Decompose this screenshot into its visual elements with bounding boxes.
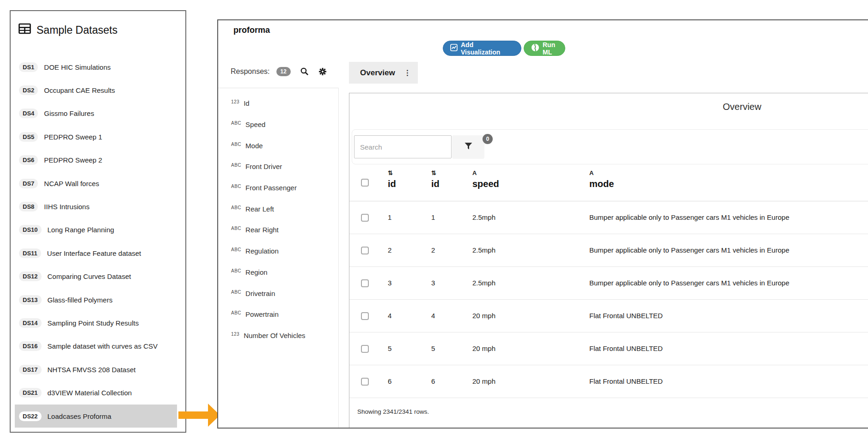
dataset-name: NCAP Wall forces [44, 180, 99, 187]
field-list-item[interactable]: ABC Regulation [231, 241, 306, 262]
dataset-list-item[interactable]: DS6 PEDPRO Sweep 2 [15, 149, 177, 172]
field-type-icon: ABC [231, 163, 241, 168]
field-type-icon: ABC [231, 121, 241, 126]
cell-speed: 20 mph [472, 344, 495, 352]
table-column-header[interactable]: A mode [589, 169, 614, 189]
filter-button[interactable] [452, 135, 484, 159]
table-row[interactable]: 3 3 2.5mph Bumper applicable only to Pas… [349, 267, 868, 300]
add-visualization-label: Add Visualization [461, 41, 514, 56]
cell-mode: Flat Frontal UNBELTED [589, 312, 663, 320]
dataset-id-badge: DS13 [19, 295, 42, 305]
kebab-menu-icon[interactable]: ⋮ [404, 68, 411, 77]
field-list-item[interactable]: ABC Front Passenger [231, 177, 306, 199]
field-list-item[interactable]: ABC Front Driver [231, 156, 306, 177]
dataset-list-item[interactable]: DS8 IIHS Intrusions [15, 195, 177, 218]
dataset-list-item[interactable]: DS11 User Interface Feature dataset [15, 242, 177, 265]
field-list-item[interactable]: ABC Powertrain [231, 304, 306, 325]
column-label: id [431, 179, 440, 189]
row-checkbox[interactable] [361, 312, 369, 320]
field-type-icon: ABC [231, 268, 241, 273]
cell-speed: 20 mph [472, 312, 495, 320]
select-all-checkbox[interactable] [361, 179, 369, 187]
table-column-header[interactable]: ⇅ id [431, 169, 440, 189]
cell-id: 4 [388, 312, 391, 320]
cell-speed: 2.5mph [472, 213, 495, 221]
field-label: Rear Left [245, 205, 274, 213]
cell-id2: 2 [431, 246, 435, 254]
dataset-list-item[interactable]: DS5 PEDPRO Sweep 1 [15, 125, 177, 148]
field-type-icon: ABC [231, 310, 241, 315]
table-row[interactable]: 2 2 2.5mph Bumper applicable only to Pas… [349, 234, 868, 267]
dataset-list-item[interactable]: DS10 Long Range Planning [15, 218, 177, 242]
dataset-list-item[interactable]: DS1 DOE HIC Simulations [15, 55, 177, 79]
field-list-item[interactable]: 123 Id [231, 93, 306, 114]
column-type-icon: A [472, 169, 499, 179]
dataset-list-item[interactable]: DS2 Occupant CAE Results [15, 79, 177, 102]
field-list-item[interactable]: ABC Rear Left [231, 198, 306, 219]
add-visualization-button[interactable]: Add Visualization [443, 41, 521, 56]
cell-speed: 2.5mph [472, 246, 495, 254]
table-row[interactable]: 4 4 20 mph Flat Frontal UNBELTED [349, 300, 868, 332]
dataset-id-badge: DS10 [19, 225, 42, 235]
dataset-list-item[interactable]: DS7 NCAP Wall forces [15, 172, 177, 195]
column-label: id [388, 179, 396, 189]
dataset-id-badge: DS7 [19, 179, 38, 188]
search-input[interactable] [354, 135, 452, 158]
row-checkbox[interactable] [361, 279, 369, 287]
field-list-item[interactable]: ABC Speed [231, 114, 306, 135]
dataset-id-badge: DS17 [19, 365, 42, 375]
fields-list: 123 Id ABC Speed ABC Mode ABC Front Driv… [231, 93, 306, 346]
field-label: Drivetrain [245, 290, 275, 297]
table-row[interactable]: 1 1 2.5mph Bumper applicable only to Pas… [349, 201, 868, 234]
row-checkbox[interactable] [361, 345, 369, 353]
field-list-item[interactable]: ABC Drivetrain [231, 283, 306, 304]
table-row[interactable]: 5 5 20 mph Flat Frontal UNBELTED [349, 332, 868, 365]
table-row[interactable]: 6 6 20 mph Flat Frontal UNBELTED [349, 365, 868, 398]
card-title: Overview [349, 102, 868, 112]
table-column-header[interactable]: ⇅ id [388, 169, 396, 189]
sample-datasets-header: Sample Datasets [18, 23, 185, 37]
cell-speed: 2.5mph [472, 279, 495, 287]
dataset-id-badge: DS2 [19, 85, 38, 95]
dataset-list-item[interactable]: DS22 Loadcases Proforma [15, 405, 177, 428]
dataset-list-item[interactable]: DS16 Sample dataset with curves as CSV [15, 335, 177, 358]
responses-label: Responses: [231, 67, 270, 76]
funnel-icon [465, 143, 472, 151]
gear-icon[interactable] [318, 67, 327, 76]
dataset-name: PEDPRO Sweep 1 [44, 133, 102, 141]
field-type-icon: ABC [231, 247, 241, 252]
row-checkbox[interactable] [361, 247, 369, 254]
cell-id: 2 [388, 246, 391, 254]
dataset-name: User Interface Feature dataset [47, 249, 141, 257]
selection-arrow-icon [178, 404, 220, 427]
run-ml-label: Run ML [543, 41, 558, 56]
cell-id2: 5 [431, 344, 435, 352]
dataset-list-item[interactable]: DS21 d3VIEW Material Collection [15, 381, 177, 404]
field-type-icon: ABC [231, 142, 241, 147]
proforma-window: proforma Add Visualization Run ML Respon… [217, 19, 868, 429]
table-column-header[interactable]: A speed [472, 169, 499, 189]
field-list-item[interactable]: ABC Region [231, 262, 306, 283]
field-list-item[interactable]: ABC Rear Right [231, 219, 306, 241]
field-list-item[interactable]: ABC Mode [231, 135, 306, 156]
dataset-id-badge: DS1 [19, 62, 38, 72]
dataset-list-item[interactable]: DS4 Gissmo Failures [15, 102, 177, 125]
cell-mode: Bumper applicable only to Passenger cars… [589, 246, 789, 254]
cell-id: 5 [388, 344, 391, 352]
field-list-item[interactable]: 123 Number Of Vehicles [231, 325, 306, 346]
dataset-list-item[interactable]: DS17 NHTSA FMVSS 208 Dataset [15, 358, 177, 381]
tab-overview[interactable]: Overview ⋮ [349, 62, 418, 84]
run-ml-button[interactable]: Run ML [524, 41, 565, 56]
dataset-list-item[interactable]: DS13 Glass-filled Polymers [15, 288, 177, 311]
row-checkbox[interactable] [361, 378, 369, 386]
row-checkbox[interactable] [361, 214, 369, 222]
search-icon[interactable] [300, 67, 309, 76]
dataset-list-item[interactable]: DS14 Sampling Point Study Results [15, 311, 177, 334]
table-body: 1 1 2.5mph Bumper applicable only to Pas… [349, 201, 868, 398]
dataset-name: Gissmo Failures [44, 109, 94, 117]
dataset-name: Occupant CAE Results [44, 86, 115, 94]
chart-line-icon [450, 44, 458, 53]
dataset-id-badge: DS12 [19, 272, 42, 281]
dataset-list-item[interactable]: DS12 Comparing Curves Dataset [15, 265, 177, 288]
dataset-list: DS1 DOE HIC Simulations DS2 Occupant CAE… [11, 55, 185, 428]
